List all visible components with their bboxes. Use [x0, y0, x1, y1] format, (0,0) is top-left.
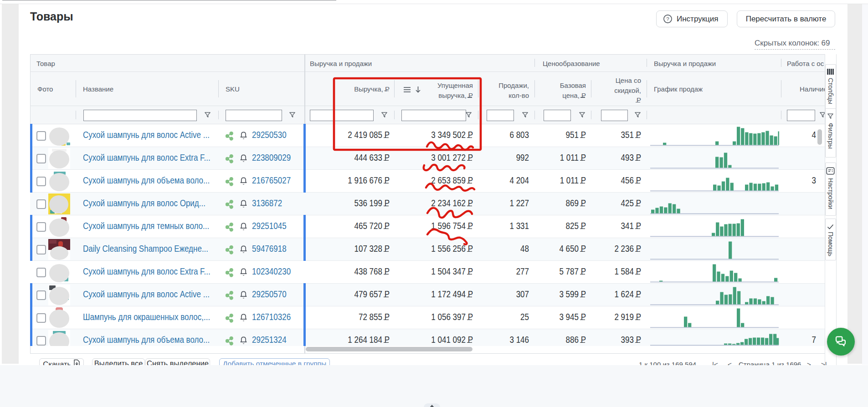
- svg-text:?: ?: [666, 16, 669, 22]
